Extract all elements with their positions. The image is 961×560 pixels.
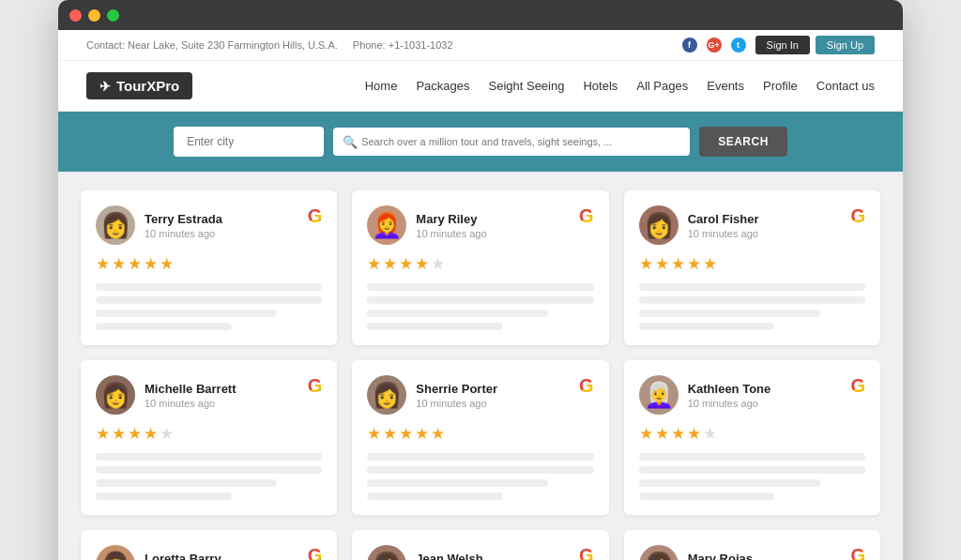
reviewer-name: Loretta Barry xyxy=(145,552,221,561)
avatar: 👩 xyxy=(96,375,135,415)
search-bar: 🔍 SEARCH xyxy=(58,112,903,172)
city-input[interactable] xyxy=(174,127,324,157)
reviewer-name: Carol Fisher xyxy=(688,212,759,226)
reviewer-name: Mary Riley xyxy=(416,212,486,226)
nav-seight-seeing[interactable]: Seight Seeing xyxy=(489,79,565,93)
nav-profile[interactable]: Profile xyxy=(763,79,798,93)
avatar: 👩 xyxy=(639,205,679,245)
star-rating: ★★★★★ xyxy=(639,424,865,444)
review-line xyxy=(367,466,593,474)
logo-icon: ✈ xyxy=(99,79,111,94)
avatar: 👩‍🦳 xyxy=(639,375,679,415)
google-icon: G xyxy=(850,375,865,397)
review-lines xyxy=(639,453,865,500)
star: ★ xyxy=(128,254,142,274)
reviewer-meta: Loretta Barry 10 minutes ago xyxy=(145,552,221,561)
avatar: 👩‍🦱 xyxy=(96,545,135,560)
star: ★ xyxy=(160,254,174,274)
search-button[interactable]: SEARCH xyxy=(699,127,787,157)
review-card: 👩‍🦱 Loretta Barry 10 minutes ago G ★★★★★ xyxy=(81,530,337,560)
google-icon: G xyxy=(308,205,323,227)
googleplus-icon[interactable]: G+ xyxy=(707,38,722,53)
google-icon: G xyxy=(308,375,323,397)
logo[interactable]: ✈ TourXPro xyxy=(86,72,192,99)
reviewer-meta: Jean Welsh 10 minutes ago xyxy=(416,552,486,561)
nav-packages[interactable]: Packages xyxy=(416,79,469,93)
browser-titlebar xyxy=(58,0,903,30)
google-icon: G xyxy=(308,545,323,560)
review-card: 👩 Terry Estrada 10 minutes ago G ★★★★★ xyxy=(81,190,337,345)
reviewer-info: 👩 Michelle Barrett 10 minutes ago xyxy=(96,375,236,415)
review-card: 👩 Michelle Barrett 10 minutes ago G ★★★★… xyxy=(81,360,337,515)
star: ★ xyxy=(415,254,429,274)
star: ★ xyxy=(431,254,445,274)
review-header: 👩‍🦳 Kathleen Tone 10 minutes ago G xyxy=(639,375,865,415)
review-line xyxy=(367,492,503,500)
maximize-button[interactable] xyxy=(107,9,119,22)
reviewer-info: 👩 Jean Welsh 10 minutes ago xyxy=(367,545,486,560)
facebook-icon[interactable]: f xyxy=(682,38,697,53)
tour-search-input[interactable] xyxy=(333,128,690,156)
star: ★ xyxy=(703,424,717,444)
reviewer-name: Terry Estrada xyxy=(145,212,222,226)
review-line xyxy=(639,283,865,291)
star: ★ xyxy=(639,424,653,444)
info-bar-left: Contact: Near Lake, Suite 230 Farmington… xyxy=(86,39,453,51)
star: ★ xyxy=(367,424,381,444)
logo-text: TourXPro xyxy=(116,78,179,94)
signup-button[interactable]: Sign Up xyxy=(816,36,875,54)
star: ★ xyxy=(96,424,110,444)
nav-events[interactable]: Events xyxy=(707,79,744,93)
star: ★ xyxy=(367,254,381,274)
signin-button[interactable]: Sign In xyxy=(755,36,810,54)
avatar: 👩 xyxy=(639,545,679,560)
reviewer-time: 10 minutes ago xyxy=(416,398,497,409)
review-card: 👩 Sherrie Porter 10 minutes ago G ★★★★★ xyxy=(352,360,608,515)
review-header: 👩 Mary Rojas 10 minutes ago G xyxy=(639,545,865,560)
nav-contact-us[interactable]: Contact us xyxy=(816,79,875,93)
review-line xyxy=(96,466,322,474)
star: ★ xyxy=(96,254,110,274)
star: ★ xyxy=(399,424,413,444)
review-line xyxy=(639,453,865,461)
review-line xyxy=(96,283,322,291)
reviewer-meta: Kathleen Tone 10 minutes ago xyxy=(688,382,771,409)
review-line xyxy=(367,296,593,304)
star: ★ xyxy=(383,424,397,444)
reviewer-time: 10 minutes ago xyxy=(416,228,486,239)
review-header: 👩‍🦰 Mary Riley 10 minutes ago G xyxy=(367,205,593,245)
review-header: 👩 Carol Fisher 10 minutes ago G xyxy=(639,205,865,245)
star: ★ xyxy=(655,424,669,444)
review-line xyxy=(96,453,322,461)
review-lines xyxy=(367,453,593,500)
review-card: 👩 Mary Rojas 10 minutes ago G ★★★★★ xyxy=(624,530,880,560)
review-line xyxy=(367,310,548,317)
close-button[interactable] xyxy=(69,9,82,22)
reviewer-time: 10 minutes ago xyxy=(145,398,236,409)
auth-buttons: Sign In Sign Up xyxy=(755,36,875,54)
avatar: 👩 xyxy=(96,205,135,245)
phone-info: Phone: +1-1031-1032 xyxy=(353,39,453,51)
nav-all-pages[interactable]: All Pages xyxy=(636,79,688,93)
avatar: 👩‍🦰 xyxy=(367,205,406,245)
star: ★ xyxy=(671,254,685,274)
info-bar-right: f G+ t Sign In Sign Up xyxy=(682,36,875,54)
reviews-grid: 👩 Terry Estrada 10 minutes ago G ★★★★★ 👩… xyxy=(81,190,880,560)
reviewer-meta: Carol Fisher 10 minutes ago xyxy=(688,212,759,239)
reviewer-meta: Michelle Barrett 10 minutes ago xyxy=(145,382,236,409)
reviewer-info: 👩 Sherrie Porter 10 minutes ago xyxy=(367,375,497,415)
reviews-section: 👩 Terry Estrada 10 minutes ago G ★★★★★ 👩… xyxy=(58,172,903,560)
review-lines xyxy=(96,453,322,500)
twitter-icon[interactable]: t xyxy=(731,38,746,53)
star: ★ xyxy=(639,254,653,274)
star: ★ xyxy=(128,424,142,444)
minimize-button[interactable] xyxy=(88,9,100,22)
nav-home[interactable]: Home xyxy=(365,79,398,93)
star: ★ xyxy=(415,424,429,444)
nav-hotels[interactable]: Hotels xyxy=(583,79,618,93)
review-card: 👩‍🦳 Kathleen Tone 10 minutes ago G ★★★★★ xyxy=(624,360,880,515)
review-line xyxy=(367,479,548,487)
review-header: 👩 Terry Estrada 10 minutes ago G xyxy=(96,205,322,245)
star: ★ xyxy=(160,424,174,444)
star: ★ xyxy=(431,424,445,444)
